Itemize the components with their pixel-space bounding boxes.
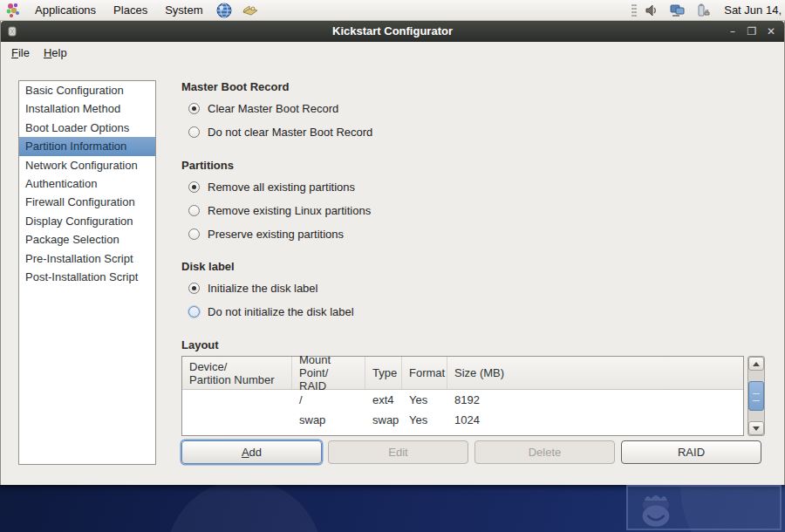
distro-logo-icon[interactable] <box>4 2 22 19</box>
menu-places[interactable]: Places <box>105 0 156 21</box>
col-device[interactable]: Device/ Partition Number <box>182 357 292 389</box>
col-size[interactable]: Size (MB) <box>447 357 743 389</box>
scrollbar-thumb[interactable] <box>748 381 764 411</box>
radio-unselected-icon <box>188 205 200 216</box>
radio-do-not-clear-mbr[interactable]: Do not clear Master Boot Record <box>188 126 372 139</box>
add-button-label: Add <box>242 441 262 463</box>
radio-do-not-initialize-disk-label[interactable]: Do not initialize the disk label <box>188 305 354 318</box>
radio-remove-all-partitions[interactable]: Remove all existing partitions <box>188 181 355 194</box>
radio-label: Remove existing Linux partitions <box>208 204 371 217</box>
chevron-down-icon <box>753 426 760 431</box>
cell-format: Yes <box>402 413 447 426</box>
delete-button-label: Delete <box>529 446 562 459</box>
top-panel: Applications Places System <box>0 0 785 21</box>
raid-button-label: RAID <box>678 446 705 459</box>
volume-icon[interactable] <box>643 2 660 19</box>
package-launcher-icon[interactable] <box>242 2 259 19</box>
scroll-up-button[interactable] <box>748 357 764 371</box>
window-title: Kickstart Configurator <box>1 21 784 42</box>
sidebar-item-partition-information[interactable]: Partition Information <box>19 137 155 155</box>
col-mount-point[interactable]: Mount Point/ RAID <box>292 357 365 389</box>
sidebar-item-boot-loader-options[interactable]: Boot Loader Options <box>19 119 155 137</box>
raid-button[interactable]: RAID <box>621 440 761 464</box>
face-logo-icon <box>637 490 675 529</box>
menu-applications[interactable]: Applications <box>26 0 105 21</box>
cell-mount: / <box>292 393 365 406</box>
cell-mount: swap <box>292 413 365 426</box>
titlebar[interactable]: Kickstart Configurator – ❐ ✕ <box>1 21 784 42</box>
layout-section-title: Layout <box>181 338 219 351</box>
display-settings-icon[interactable] <box>669 2 686 19</box>
sidebar-item-installation-method[interactable]: Installation Method <box>19 99 155 118</box>
sidebar-item-network-configuration[interactable]: Network Configuration <box>19 156 155 174</box>
cell-size: 1024 <box>447 413 743 426</box>
radio-clear-mbr[interactable]: Clear Master Boot Record <box>188 102 338 115</box>
delete-button: Delete <box>474 440 615 464</box>
radio-selected-icon <box>188 181 200 193</box>
sidebar-item-package-selection[interactable]: Package Selection <box>19 230 155 249</box>
radio-selected-icon <box>188 283 200 294</box>
sidebar-item-pre-installation-script[interactable]: Pre-Installation Script <box>19 249 155 268</box>
add-button[interactable]: Add <box>181 440 322 464</box>
cell-format: Yes <box>402 393 447 406</box>
partition-table: Device/ Partition Number Mount Point/ RA… <box>181 356 744 436</box>
menu-system[interactable]: System <box>156 0 211 21</box>
col-type[interactable]: Type <box>365 357 402 389</box>
scroll-down-button[interactable] <box>748 421 764 435</box>
menu-file[interactable]: File <box>4 43 37 64</box>
radio-unselected-icon <box>188 228 200 240</box>
maximize-button[interactable]: ❐ <box>746 21 758 42</box>
radio-label: Remove all existing partitions <box>208 181 355 194</box>
kickstart-configurator-window: Kickstart Configurator – ❐ ✕ File Help B… <box>0 21 785 485</box>
radio-selected-icon <box>188 103 200 114</box>
radio-label: Do not initialize the disk label <box>208 305 354 318</box>
radio-label: Initialize the disk label <box>208 282 317 295</box>
table-row[interactable]: swap swap Yes 1024 <box>182 410 743 430</box>
window-icon <box>6 25 18 38</box>
radio-label: Clear Master Boot Record <box>208 102 338 115</box>
radio-preserve-partitions[interactable]: Preserve existing partitions <box>188 228 344 241</box>
sidebar-item-authentication[interactable]: Authentication <box>19 174 155 193</box>
menubar: File Help <box>1 42 784 65</box>
radio-focused-unselected-icon <box>188 306 200 317</box>
table-row[interactable]: / ext4 Yes 8192 <box>182 390 743 410</box>
sidebar-item-basic-configuration[interactable]: Basic Configuration <box>19 81 155 99</box>
power-battery-icon[interactable] <box>695 2 713 19</box>
cell-type: swap <box>365 413 402 426</box>
col-format[interactable]: Format <box>402 357 447 389</box>
section-list: Basic Configuration Installation Method … <box>18 80 156 465</box>
sidebar-item-firewall-configuration[interactable]: Firewall Configuration <box>19 193 155 211</box>
mbr-section-title: Master Boot Record <box>181 80 290 93</box>
close-button[interactable]: ✕ <box>765 21 777 42</box>
edit-button: Edit <box>328 440 468 464</box>
disk-label-section-title: Disk label <box>181 260 235 273</box>
clock[interactable]: Sat Jun 14, <box>724 0 782 21</box>
radio-label: Do not clear Master Boot Record <box>208 126 372 139</box>
radio-remove-linux-partitions[interactable]: Remove existing Linux partitions <box>188 204 371 217</box>
browser-launcher-icon[interactable] <box>215 2 233 19</box>
sidebar-item-post-installation-script[interactable]: Post-Installation Script <box>19 268 155 286</box>
chevron-up-icon <box>753 362 760 366</box>
radio-unselected-icon <box>188 126 200 138</box>
menu-help[interactable]: Help <box>37 43 74 64</box>
cell-size: 8192 <box>447 393 743 406</box>
desktop-watermark <box>626 485 782 530</box>
sidebar-item-display-configuration[interactable]: Display Configuration <box>19 212 155 230</box>
edit-button-label: Edit <box>388 446 407 459</box>
minimize-button[interactable]: – <box>727 21 739 42</box>
applet-drag-handle[interactable] <box>631 3 637 17</box>
cell-type: ext4 <box>365 393 402 406</box>
table-header-row: Device/ Partition Number Mount Point/ RA… <box>182 357 743 390</box>
radio-initialize-disk-label[interactable]: Initialize the disk label <box>188 282 317 295</box>
partitions-section-title: Partitions <box>181 159 234 172</box>
table-vertical-scrollbar[interactable] <box>747 356 765 436</box>
radio-label: Preserve existing partitions <box>208 228 344 241</box>
